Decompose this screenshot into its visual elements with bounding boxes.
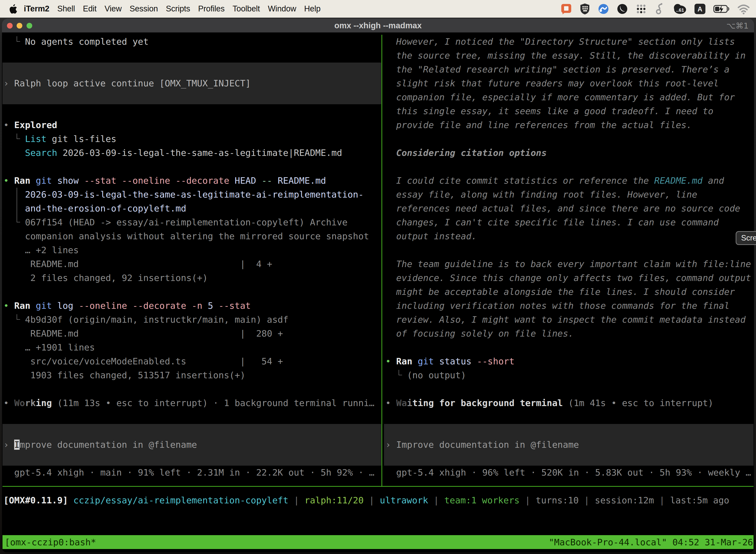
terminal-row: 067f154 (HEAD -> essay/ai-reimplementati…: [3, 215, 348, 229]
terminal-row: README.md | 4 +: [3, 257, 272, 271]
terminal-row: (no output): [385, 368, 466, 382]
terminal-content[interactable]: [omx-cczip0:bash* "MacBook-Pro-44.local"…: [2, 19, 754, 552]
terminal-row: references need actual files, and since …: [385, 202, 740, 215]
terminal-row: of focusing solely on file lines.: [385, 327, 574, 340]
terminal-row: provide file and line references from th…: [385, 118, 692, 132]
menu-item-shell[interactable]: Shell: [53, 4, 79, 13]
menu-item-help[interactable]: Help: [300, 4, 324, 13]
svg-text:..61: ..61: [676, 7, 684, 13]
terminal-row: the "Related research writing" section i…: [385, 63, 730, 76]
tmux-host-clock: "MacBook-Pro-44.local" 04:52 31-Mar-26: [549, 535, 753, 549]
screen-share-label: Scre: [741, 233, 756, 242]
terminal-row: the source tree, missing the essay. Stil…: [385, 49, 746, 63]
text-cursor: I: [14, 440, 19, 450]
terminal-row: … +2 lines: [3, 243, 79, 257]
terminal-row: › Improve documentation in @filename: [385, 438, 579, 452]
chat-app-icon[interactable]: [561, 3, 572, 15]
battery-percent-badge-icon[interactable]: ..61: [672, 3, 687, 15]
terminal-row: • Ran git show --stat --oneline --decora…: [3, 174, 326, 188]
apple-menu-icon[interactable]: [9, 4, 18, 14]
terminal-row: companion file, especially if more comme…: [385, 90, 735, 104]
menu-item-view[interactable]: View: [101, 4, 126, 13]
terminal-row: gpt-5.4 xhigh · main · 91% left · 2.31M …: [3, 466, 375, 480]
terminal-row: The team guideline is to back every impo…: [385, 257, 751, 271]
terminal-row: 4b9d30f (origin/main, instructkr/main, m…: [3, 313, 289, 327]
terminal-row: No agents completed yet: [3, 35, 148, 49]
menu-item-toolbelt[interactable]: Toolbelt: [229, 4, 264, 13]
terminal-row: changes, I can't cite specific file line…: [385, 215, 719, 229]
terminal-row: However, I noticed the "Directory Struct…: [385, 35, 735, 49]
terminal-row: • Working (11m 13s • esc to interrupt) ·…: [3, 396, 375, 410]
menu-bar: iTerm2ShellEditViewSessionScriptsProfile…: [0, 0, 756, 18]
terminal-row: and-the-erosion-of-copyleft.md: [3, 202, 186, 215]
terminal-row: List git ls-files: [3, 132, 116, 146]
terminal-row: I could cite commit statistics or refere…: [385, 174, 724, 188]
iterm-window: omx --xhigh --madmax ⌥⌘1 [omx-cczip0:bas…: [2, 19, 754, 552]
tmux-pane-bottom-border: [2, 486, 754, 487]
terminal-row: • Explored: [3, 118, 57, 132]
terminal-row: evidence. Since this change only affects…: [385, 271, 751, 285]
terminal-row: 2026-03-09-is-legal-the-same-as-legitima…: [3, 188, 364, 202]
terminal-row: • Ran git status --short: [385, 354, 514, 368]
terminal-row: README.md | 280 +: [3, 327, 283, 340]
terminal-row: 2 files changed, 92 insertions(+): [3, 271, 208, 285]
menu-items: iTerm2ShellEditViewSessionScriptsProfile…: [20, 4, 324, 13]
svg-text:A: A: [697, 5, 702, 13]
terminal-row: 1903 files changed, 513517 insertions(+): [3, 368, 245, 382]
wifi-icon[interactable]: [737, 3, 750, 14]
tmux-session-label: [omx-cczip0:bash*: [5, 535, 96, 549]
terminal-row: essay file, along with finding root file…: [385, 188, 697, 202]
menu-item-window[interactable]: Window: [264, 4, 300, 13]
terminal-row: [OMX#0.11.9] cczip/essay/ai-reimplementa…: [3, 493, 729, 507]
dots-grid-icon[interactable]: [635, 3, 647, 15]
terminal-row: including verification notes with those …: [385, 299, 730, 313]
moon-circle-icon[interactable]: [617, 3, 628, 15]
menu-item-session[interactable]: Session: [126, 4, 162, 13]
terminal-row: • Ran git log --oneline --decorate -n 5 …: [3, 299, 251, 313]
sync-blue-icon[interactable]: [598, 3, 609, 15]
menu-item-edit[interactable]: Edit: [79, 4, 101, 13]
terminal-row: this single essay, it seems like a good …: [385, 104, 713, 118]
shield-keyboard-icon[interactable]: [579, 3, 590, 15]
menu-item-scripts[interactable]: Scripts: [162, 4, 194, 13]
battery-charging-icon[interactable]: [713, 3, 730, 15]
terminal-row: companion analysis without altering the …: [3, 229, 369, 243]
terminal-row: review. Also, I might want to inspect th…: [385, 313, 746, 327]
terminal-row: Considering citation options: [385, 146, 547, 160]
terminal-row: gpt-5.4 xhigh · 96% left · 520K in · 5.8…: [385, 466, 751, 480]
menu-item-iterm2[interactable]: iTerm2: [20, 4, 53, 13]
tmux-status-bar: [omx-cczip0:bash* "MacBook-Pro-44.local"…: [2, 535, 754, 549]
menu-status-icons: ..61A: [561, 3, 756, 15]
terminal-row: › Ralph loop active continue [OMX_TMUX_I…: [3, 76, 251, 90]
input-source-icon[interactable]: A: [694, 3, 706, 15]
terminal-row: output instead.: [385, 229, 477, 243]
screen-share-button[interactable]: Scre: [736, 231, 756, 245]
terminal-row: › Improve documentation in @filename: [3, 438, 197, 452]
terminal-row: • Waiting for background terminal (1m 41…: [385, 396, 713, 410]
terminal-row: might be acceptable alongside the file l…: [385, 285, 735, 299]
terminal-row: slight risk that future readers may over…: [385, 76, 719, 90]
menu-item-profiles[interactable]: Profiles: [194, 4, 229, 13]
terminal-row: src/voice/voiceModeEnabled.ts | 54 +: [3, 354, 283, 368]
tmux-pane-divider[interactable]: [381, 35, 382, 487]
terminal-row: Search 2026-03-09-is-legal-the-same-as-l…: [3, 146, 342, 160]
terminal-row: … +1901 lines: [3, 340, 95, 354]
dragon-vpn-icon[interactable]: [654, 3, 664, 15]
